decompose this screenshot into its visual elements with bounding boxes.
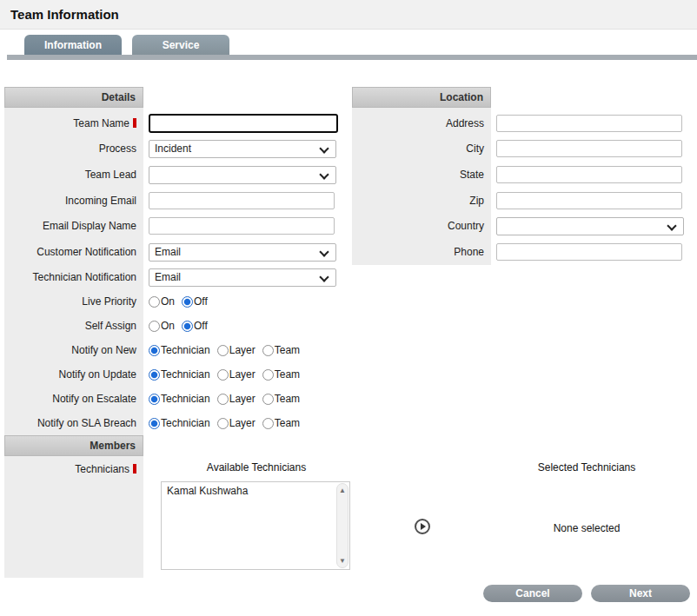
- tab-information-label: Information: [44, 39, 102, 51]
- team-name-input[interactable]: [149, 114, 338, 133]
- email-display-name-row: Email Display Name: [4, 215, 348, 236]
- live-priority-on-radio[interactable]: On: [149, 295, 175, 308]
- notify-on-sla-breach-team-radio[interactable]: Team: [262, 417, 300, 429]
- details-section-title: Details: [102, 91, 136, 103]
- team-lead-row: Team Lead: [4, 164, 348, 185]
- location-section-header: Location: [352, 87, 491, 108]
- process-select-value: Incident: [155, 142, 191, 155]
- zip-input[interactable]: [496, 192, 682, 209]
- live-priority-label: Live Priority: [4, 295, 143, 308]
- self-assign-on-radio[interactable]: On: [149, 320, 175, 332]
- next-button[interactable]: Next: [591, 585, 690, 602]
- chevron-down-icon: [319, 169, 329, 179]
- notify-on-update-team-radio[interactable]: Team: [262, 368, 300, 381]
- details-section-header: Details: [4, 87, 143, 108]
- notify-on-new-technician-radio[interactable]: Technician: [149, 344, 210, 356]
- required-marker: [133, 464, 136, 474]
- customer-notification-select-value: Email: [155, 246, 181, 258]
- radio-unchecked-icon: [217, 418, 229, 429]
- tab-information[interactable]: Information: [24, 35, 122, 56]
- city-input[interactable]: [496, 140, 682, 157]
- radio-checked-icon: [182, 296, 193, 308]
- cancel-button[interactable]: Cancel: [483, 585, 582, 602]
- notify-on-new-layer-radio[interactable]: Layer: [217, 344, 256, 356]
- customer-notification-select[interactable]: Email: [149, 243, 336, 262]
- live-priority-off-radio[interactable]: Off: [182, 295, 208, 308]
- notify-on-sla-breach-label: Notify on SLA Breach: [4, 417, 143, 429]
- chevron-down-icon: [667, 221, 676, 230]
- tab-service-label: Service: [163, 39, 200, 51]
- selected-technicians-empty-text: None selected: [500, 522, 674, 534]
- address-label: Address: [352, 117, 491, 129]
- team-information-page: Team Information Information Service Det…: [0, 0, 697, 616]
- process-label: Process: [4, 142, 143, 155]
- move-right-button[interactable]: [415, 519, 430, 534]
- notify-on-sla-breach-layer-radio[interactable]: Layer: [217, 417, 256, 429]
- notify-on-sla-breach-technician-radio[interactable]: Technician: [149, 417, 210, 429]
- chevron-down-icon: [319, 247, 329, 256]
- notify-on-new-label: Notify on New: [4, 344, 143, 356]
- phone-label: Phone: [352, 246, 491, 258]
- notify-on-update-layer-radio[interactable]: Layer: [217, 368, 256, 381]
- self-assign-off-radio[interactable]: Off: [182, 320, 208, 332]
- radio-option-label: Layer: [229, 344, 256, 356]
- radio-unchecked-icon: [262, 394, 274, 405]
- zip-row: Zip: [352, 190, 693, 211]
- radio-unchecked-icon: [262, 345, 274, 356]
- live-priority-row: Live Priority On Off: [4, 291, 348, 312]
- radio-unchecked-icon: [149, 296, 160, 308]
- radio-unchecked-icon: [262, 369, 274, 381]
- state-label: State: [352, 169, 491, 181]
- scroll-up-icon[interactable]: ▲: [339, 484, 346, 497]
- notify-on-update-technician-radio[interactable]: Technician: [149, 368, 210, 381]
- radio-checked-icon: [149, 418, 160, 429]
- page-header: Team Information: [0, 0, 697, 30]
- radio-unchecked-icon: [217, 345, 229, 356]
- country-label: Country: [352, 220, 491, 232]
- radio-option-label: On: [161, 295, 175, 308]
- members-section-title: Members: [90, 440, 136, 452]
- radio-unchecked-icon: [262, 418, 274, 429]
- radio-option-label: Team: [275, 368, 300, 381]
- radio-option-label: Technician: [161, 417, 210, 429]
- notify-on-escalate-layer-radio[interactable]: Layer: [217, 393, 256, 405]
- members-section-header: Members: [4, 435, 143, 456]
- radio-option-label: Technician: [161, 368, 210, 381]
- radio-option-label: Off: [194, 320, 208, 332]
- address-input[interactable]: [496, 115, 682, 132]
- notify-on-escalate-team-radio[interactable]: Team: [262, 393, 300, 405]
- team-lead-select[interactable]: [149, 166, 336, 184]
- customer-notification-label: Customer Notification: [4, 246, 143, 258]
- email-display-name-label: Email Display Name: [4, 220, 143, 232]
- arrow-right-icon: [421, 523, 426, 530]
- state-input[interactable]: [496, 166, 682, 183]
- available-technicians-title: Available Technicians: [161, 461, 352, 474]
- phone-input[interactable]: [496, 243, 682, 261]
- scrollbar[interactable]: ▲ ▼: [336, 483, 348, 568]
- notify-on-escalate-technician-radio[interactable]: Technician: [149, 393, 210, 405]
- list-item[interactable]: Kamal Kushwaha: [162, 482, 335, 500]
- technician-notification-select-value: Email: [155, 271, 181, 283]
- notify-on-new-team-radio[interactable]: Team: [262, 344, 300, 356]
- self-assign-label: Self Assign: [4, 320, 143, 332]
- phone-row: Phone: [352, 242, 693, 262]
- scroll-down-icon[interactable]: ▼: [339, 554, 346, 567]
- chevron-down-icon: [319, 272, 329, 282]
- technician-notification-select[interactable]: Email: [149, 268, 336, 287]
- available-technicians-list[interactable]: Kamal Kushwaha ▲ ▼: [161, 481, 350, 570]
- country-select[interactable]: [496, 217, 684, 235]
- notify-on-escalate-row: Notify on Escalate Technician Layer Team: [4, 388, 348, 409]
- radio-option-label: Layer: [229, 417, 256, 429]
- process-row: Process Incident: [4, 138, 348, 159]
- process-select[interactable]: Incident: [149, 140, 336, 158]
- incoming-email-input[interactable]: [149, 192, 335, 209]
- radio-option-label: Team: [275, 344, 300, 356]
- location-section-title: Location: [440, 91, 483, 103]
- email-display-name-input[interactable]: [149, 217, 335, 235]
- technician-notification-label: Technician Notification: [4, 271, 143, 283]
- radio-unchecked-icon: [149, 321, 160, 332]
- radio-option-label: Technician: [161, 393, 210, 405]
- tab-service[interactable]: Service: [132, 35, 229, 56]
- incoming-email-row: Incoming Email: [4, 190, 348, 211]
- radio-option-label: Layer: [229, 393, 256, 405]
